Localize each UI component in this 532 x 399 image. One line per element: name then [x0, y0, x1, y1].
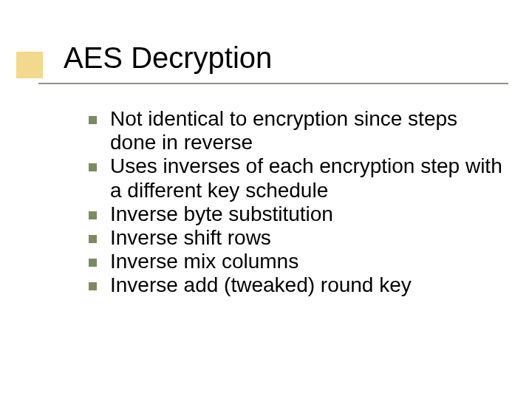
list-item-text: Inverse mix columns	[110, 250, 299, 273]
square-bullet-icon	[89, 259, 97, 267]
square-bullet-icon	[89, 163, 97, 171]
list-item: Inverse byte substitution	[89, 202, 502, 226]
list-item-text: Inverse add (tweaked) round key	[110, 273, 412, 297]
list-item: Not identical to encryption since steps …	[89, 107, 502, 154]
square-bullet-icon	[89, 116, 97, 124]
slide-title: AES Decryption	[64, 41, 272, 75]
list-item-text: Inverse byte substitution	[110, 202, 333, 226]
list-item: Uses inverses of each encryption step wi…	[89, 154, 502, 202]
title-underline	[38, 83, 508, 84]
list-item-text: Inverse shift rows	[110, 226, 271, 250]
list-item: Inverse shift rows	[89, 226, 502, 250]
list-item-text: Not identical to encryption since steps …	[110, 107, 502, 154]
bullet-list: Not identical to encryption since steps …	[89, 107, 502, 298]
slide: AES Decryption Not identical to encrypti…	[0, 0, 532, 399]
title-accent-block	[16, 52, 43, 78]
list-item-text: Uses inverses of each encryption step wi…	[110, 154, 502, 202]
square-bullet-icon	[89, 211, 97, 219]
square-bullet-icon	[89, 282, 97, 290]
list-item: Inverse add (tweaked) round key	[89, 273, 502, 297]
list-item: Inverse mix columns	[89, 250, 502, 273]
square-bullet-icon	[89, 235, 97, 243]
